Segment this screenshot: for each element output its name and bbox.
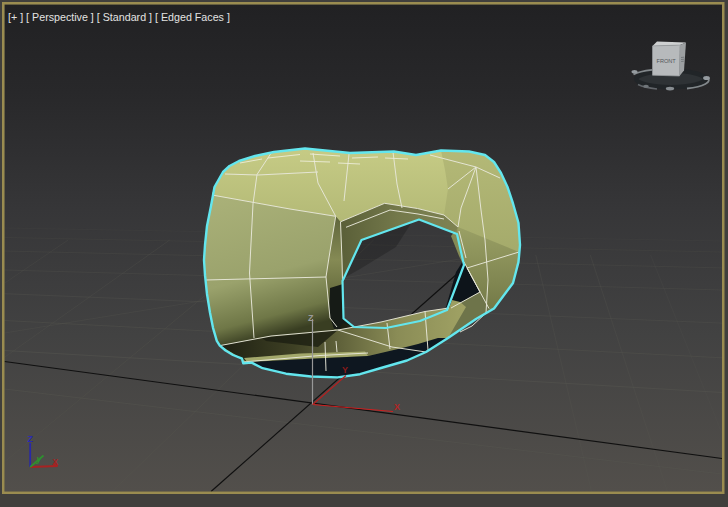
svg-text:FRONT: FRONT [657, 58, 677, 64]
svg-text:X: X [53, 457, 59, 467]
svg-text:[+ ] [ Perspective ] [ Standar: [+ ] [ Perspective ] [ Standard ] [ Edge… [8, 11, 230, 23]
svg-text:Z: Z [308, 313, 314, 323]
svg-text:X: X [394, 402, 400, 412]
svg-text:y: y [36, 454, 43, 464]
svg-text:Y: Y [342, 365, 348, 375]
svg-text:Z: Z [28, 434, 34, 444]
